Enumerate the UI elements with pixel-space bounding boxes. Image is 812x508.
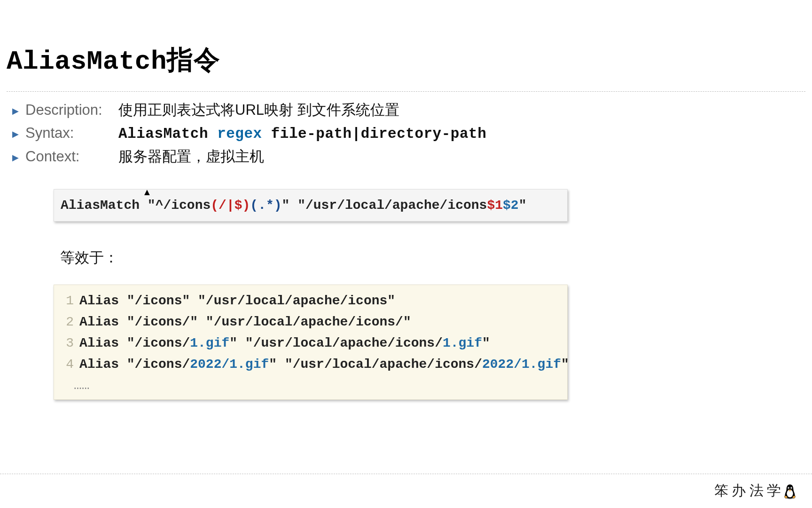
divider <box>0 474 812 474</box>
code-line: 3Alias "/icons/1.gif" "/usr/local/apache… <box>61 336 561 350</box>
code-example: AliasMatch "^/icons(/|$)(.*)" "/usr/loca… <box>54 189 568 222</box>
svg-point-5 <box>791 487 791 488</box>
meta-value: 使用正则表达式将URL映射 到文件系统位置 <box>118 100 399 120</box>
meta-label: Description: <box>25 102 118 119</box>
meta-label: Context: <box>25 148 118 165</box>
equivalent-label: 等效于： <box>60 248 805 268</box>
code-ellipsis: …… <box>61 378 561 393</box>
bullet-icon: ▶ <box>12 106 19 116</box>
syntax-suffix: file-path|directory-path <box>262 126 487 142</box>
page-title: AliasMatch指令 <box>7 42 805 78</box>
meta-block: ▶ Description: 使用正则表达式将URL映射 到文件系统位置 ▶ S… <box>7 100 805 167</box>
bullet-icon: ▶ <box>12 129 19 139</box>
title-cjk: 指令 <box>167 45 220 74</box>
svg-point-4 <box>789 487 789 488</box>
footer-text: 笨 办 法 学 <box>714 481 781 500</box>
bullet-icon: ▶ <box>12 152 19 163</box>
code-equivalent-list: 1Alias "/icons" "/usr/local/apache/icons… <box>54 285 568 400</box>
meta-label: Syntax: <box>25 125 118 142</box>
linux-tux-icon <box>783 483 797 499</box>
code-line: 4Alias "/icons/2022/1.gif" "/usr/local/a… <box>61 357 561 372</box>
meta-value: 服务器配置，虚拟主机 <box>118 147 264 167</box>
footer-brand: 笨 办 法 学 <box>714 481 797 500</box>
syntax-regex: regex <box>217 126 262 142</box>
meta-value: AliasMatch regex file-path|directory-pat… <box>118 126 486 142</box>
divider <box>7 91 805 92</box>
code-line: 1Alias "/icons" "/usr/local/apache/icons… <box>61 294 561 308</box>
code-line: 2Alias "/icons/" "/usr/local/apache/icon… <box>61 315 561 329</box>
syntax-prefix: AliasMatch <box>118 126 217 142</box>
title-mono: AliasMatch <box>7 47 167 77</box>
meta-context: ▶ Context: 服务器配置，虚拟主机 <box>12 147 805 167</box>
meta-syntax: ▶ Syntax: AliasMatch regex file-path|dir… <box>12 125 805 142</box>
meta-description: ▶ Description: 使用正则表达式将URL映射 到文件系统位置 <box>12 100 805 120</box>
